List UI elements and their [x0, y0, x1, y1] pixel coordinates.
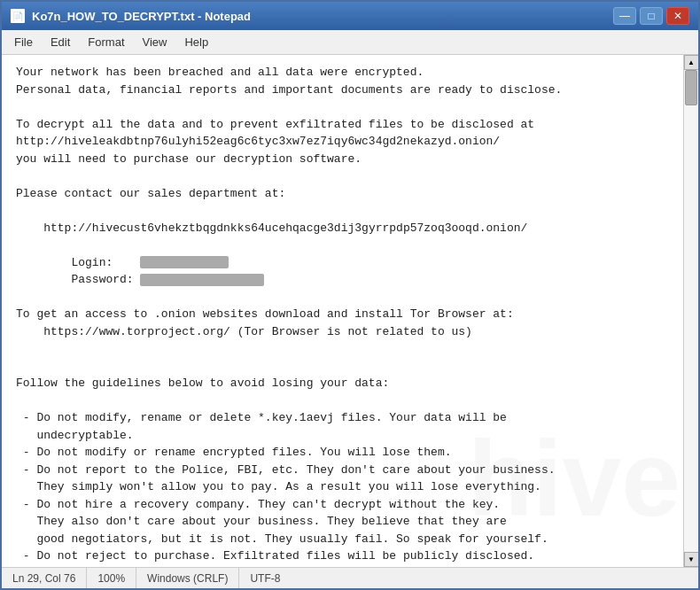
text-editor[interactable]: Your network has been breached and all d…	[2, 55, 683, 567]
close-button[interactable]: ✕	[666, 7, 689, 25]
notepad-window: 📄 Ko7n_HOW_TO_DECRYPT.txt - Notepad — □ …	[0, 0, 700, 590]
login-redacted	[140, 256, 229, 268]
title-bar-left: 📄 Ko7n_HOW_TO_DECRYPT.txt - Notepad	[11, 9, 251, 23]
content-area: Your network has been breached and all d…	[2, 55, 698, 567]
menu-file[interactable]: File	[7, 33, 40, 51]
window-title: Ko7n_HOW_TO_DECRYPT.txt - Notepad	[32, 10, 251, 23]
menu-help[interactable]: Help	[177, 33, 215, 51]
maximize-button[interactable]: □	[640, 7, 663, 25]
line-ending: Windows (CRLF)	[136, 568, 239, 588]
title-controls: — □ ✕	[613, 7, 689, 25]
menu-edit[interactable]: Edit	[43, 33, 77, 51]
password-redacted	[140, 274, 264, 286]
scroll-track[interactable]	[684, 70, 698, 552]
menu-view[interactable]: View	[136, 33, 175, 51]
cursor-position: Ln 29, Col 76	[2, 568, 87, 588]
zoom-level: 100%	[87, 568, 136, 588]
minimize-button[interactable]: —	[613, 7, 636, 25]
encoding: UTF-8	[239, 568, 291, 588]
scroll-up-button[interactable]: ▲	[684, 55, 699, 70]
scroll-down-button[interactable]: ▼	[684, 552, 699, 567]
title-bar: 📄 Ko7n_HOW_TO_DECRYPT.txt - Notepad — □ …	[2, 2, 698, 30]
vertical-scrollbar[interactable]: ▲ ▼	[683, 55, 698, 567]
app-icon: 📄	[11, 9, 25, 23]
menu-format[interactable]: Format	[81, 33, 131, 51]
status-bar: Ln 29, Col 76 100% Windows (CRLF) UTF-8	[2, 567, 698, 588]
scroll-thumb[interactable]	[685, 70, 697, 105]
menu-bar: File Edit Format View Help	[2, 30, 698, 55]
